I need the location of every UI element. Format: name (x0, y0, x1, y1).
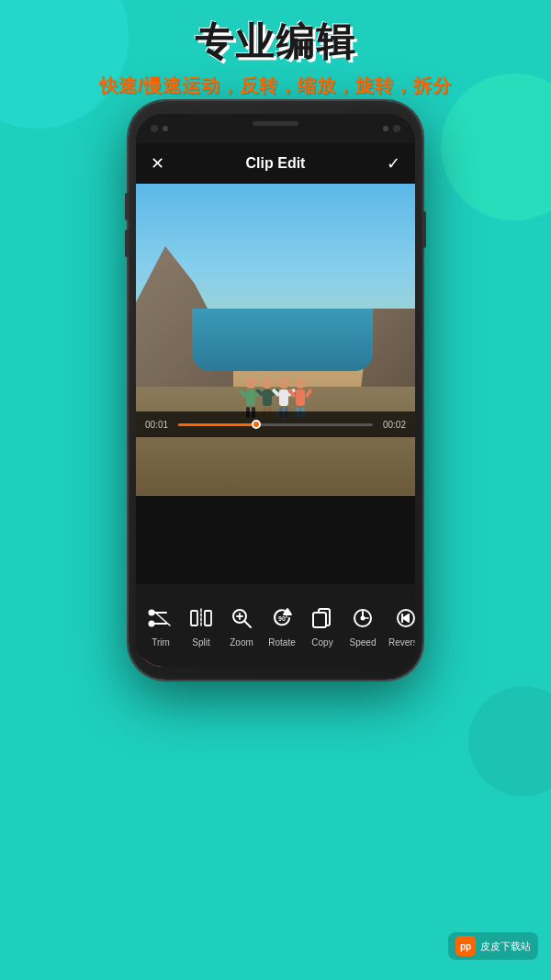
svg-rect-6 (205, 611, 211, 625)
svg-rect-5 (191, 611, 197, 625)
reverse-tool[interactable]: Reverse (383, 600, 415, 651)
arm-l-1 (238, 389, 246, 398)
zoom-tool[interactable]: Zoom (221, 600, 262, 651)
notch-right (383, 125, 400, 132)
beach-scene (136, 184, 415, 496)
volume-up-button (125, 193, 129, 220)
zoom-label: Zoom (230, 637, 253, 648)
arm-l-4 (287, 389, 296, 398)
trim-icon (146, 603, 175, 633)
zoom-icon (227, 603, 256, 633)
bg-decoration-3 (468, 686, 551, 796)
watermark-text: 皮皮下载站 (480, 940, 531, 953)
tools-bar: Trim Split (136, 584, 415, 667)
rotate-icon: 90° (267, 603, 297, 633)
svg-point-18 (362, 617, 365, 620)
header-area: 专业编辑 快速/慢速运动，反转，缩放，旋转，拆分 (0, 17, 551, 98)
copy-tool[interactable]: Copy (302, 600, 343, 651)
video-preview: 00:01 00:02 (136, 184, 415, 496)
time-start: 00:01 (145, 420, 173, 430)
svg-point-3 (150, 622, 154, 626)
copy-label: Copy (311, 637, 332, 648)
status-bar (136, 114, 415, 143)
arm-r-4 (305, 389, 313, 398)
speed-icon (348, 603, 377, 633)
watermark: pp 皮皮下载站 (448, 932, 538, 960)
front-camera (151, 125, 158, 132)
trim-label: Trim (152, 637, 170, 648)
camera-2 (393, 125, 400, 132)
copy-icon (308, 603, 337, 633)
speed-label: Speed (350, 637, 377, 648)
rotate-tool[interactable]: 90° Rotate (262, 600, 302, 651)
trim-tool[interactable]: Trim (141, 600, 181, 651)
phone-shell: ✕ Clip Edit ✓ (129, 101, 422, 680)
svg-text:90°: 90° (278, 615, 288, 622)
sensor-2 (383, 126, 388, 131)
clip-edit-header: ✕ Clip Edit ✓ (136, 143, 415, 184)
notch-left (151, 125, 168, 132)
timeline-track[interactable] (178, 423, 373, 426)
arm-l-3 (272, 389, 281, 398)
watermark-logo: pp (455, 936, 476, 956)
reverse-label: Reverse (388, 637, 415, 648)
head-1 (245, 377, 256, 389)
phone-device: ✕ Clip Edit ✓ (129, 101, 422, 680)
sub-title: 快速/慢速运动，反转，缩放，旋转，拆分 (0, 73, 551, 98)
head-3 (278, 377, 289, 389)
timeline-bar[interactable]: 00:01 00:02 (136, 411, 415, 437)
arms-4 (287, 389, 313, 399)
timeline-thumb[interactable] (252, 420, 261, 429)
svg-line-9 (244, 621, 251, 627)
clip-edit-title: Clip Edit (246, 155, 306, 172)
speaker (253, 121, 298, 126)
rotate-label: Rotate (268, 637, 295, 648)
split-icon (186, 603, 216, 633)
head-2 (262, 377, 273, 389)
power-button (422, 211, 426, 248)
phone-screen: ✕ Clip Edit ✓ (136, 114, 415, 667)
split-tool[interactable]: Split (181, 600, 221, 651)
timeline-progress (178, 423, 256, 426)
volume-down-button (125, 230, 129, 257)
confirm-button[interactable]: ✓ (387, 153, 400, 174)
sea (192, 309, 374, 371)
close-button[interactable]: ✕ (151, 153, 164, 174)
sensor (163, 126, 168, 131)
split-label: Split (192, 637, 209, 648)
speed-tool[interactable]: Speed (343, 600, 383, 651)
arm-l-2 (255, 388, 264, 396)
head-4 (295, 377, 306, 389)
reverse-icon (391, 603, 415, 633)
time-end: 00:02 (378, 420, 406, 430)
main-title: 专业编辑 (0, 17, 551, 68)
svg-rect-14 (313, 613, 326, 627)
